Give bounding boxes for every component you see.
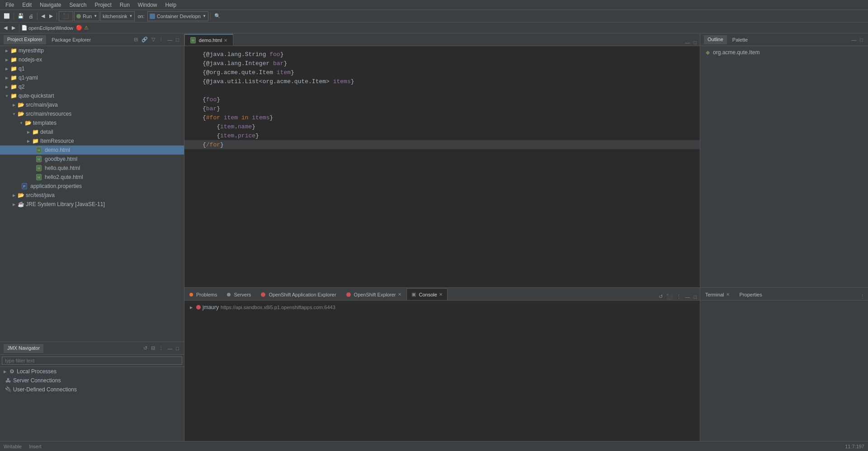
tree-item-src-main-java[interactable]: 📂 src/main/java xyxy=(0,100,184,109)
outline-minimize-btn[interactable]: — xyxy=(850,37,858,43)
jmx-maximize-btn[interactable]: □ xyxy=(175,345,180,352)
tab-close-demo[interactable]: ✕ xyxy=(224,38,227,43)
label-detail: detail xyxy=(40,129,53,135)
tab-problems[interactable]: Problems xyxy=(184,288,222,300)
menu-search[interactable]: Search xyxy=(66,1,90,9)
arrow-local-processes xyxy=(2,369,8,374)
menu-project[interactable]: Project xyxy=(91,1,115,9)
menu-navigate[interactable]: Navigate xyxy=(36,1,65,9)
menu-window[interactable]: Window xyxy=(134,1,161,9)
toolbar-new-btn[interactable]: ⬜ xyxy=(2,11,12,21)
run-config-combo[interactable]: Run ▼ xyxy=(74,11,99,21)
editor-code-area[interactable]: {@java.lang.String foo} {@java.lang.Inte… xyxy=(184,46,700,287)
tab-package-explorer[interactable]: Package Explorer xyxy=(48,36,94,44)
tree-item-jre[interactable]: ☕ JRE System Library [JavaSE-11] xyxy=(0,200,184,209)
tree-item-nodejs[interactable]: 📁 nodejs-ex xyxy=(0,55,184,64)
tab-console[interactable]: ▣ Console ✕ xyxy=(406,288,448,300)
tab-servers[interactable]: Servers xyxy=(222,288,256,300)
tab-openshift-explorer[interactable]: OpenShift Explorer ✕ xyxy=(341,288,406,300)
jmx-item-user-defined[interactable]: 🔌 User-Defined Connections xyxy=(0,385,184,394)
terminal-tab-close[interactable]: ✕ xyxy=(726,292,730,297)
arrow-detail xyxy=(25,130,32,134)
nav-back-btn[interactable]: ◀ xyxy=(2,23,9,33)
code-line-8: {#for item in items} xyxy=(184,113,700,122)
console-tab-close[interactable]: ✕ xyxy=(439,292,443,297)
outline-header: Outline Palette — □ xyxy=(700,33,868,46)
bottom-minimize-btn[interactable]: — xyxy=(684,294,691,300)
tab-properties[interactable]: Properties xyxy=(735,288,767,300)
bottom-tab-bar: Problems Servers OpenShift Application E… xyxy=(184,288,868,301)
tree-item-hello-qute-html[interactable]: H hello.qute.html xyxy=(0,164,184,173)
toolbar-print-btn[interactable]: 🖨 xyxy=(27,11,35,21)
tree-item-app-properties[interactable]: P application.properties xyxy=(0,182,184,191)
folder-icon-src-test-java: 📂 xyxy=(17,192,24,199)
run-stop-btn[interactable]: ⬛ xyxy=(59,11,73,21)
tree-item-qute[interactable]: 📁 qute-quickstart xyxy=(0,91,184,100)
nav-fwd-btn[interactable]: ▶ xyxy=(10,23,17,33)
jmx-item-server-connections[interactable]: 🖧 Server Connections xyxy=(0,376,184,385)
servers-dot xyxy=(227,293,231,296)
toolbar-sep-3 xyxy=(57,12,57,20)
menu-file[interactable]: File xyxy=(2,1,18,9)
tree-item-q2[interactable]: 📁 q2 xyxy=(0,82,184,91)
menu-help[interactable]: Help xyxy=(162,1,180,9)
tab-terminal[interactable]: Terminal ✕ xyxy=(700,288,735,300)
bottom-more-btn[interactable]: ⋮ xyxy=(675,293,683,300)
jmx-minimize-btn[interactable]: — xyxy=(166,345,174,352)
tree-item-myresthttp[interactable]: 📁 myresthttp xyxy=(0,46,184,55)
tab-openshift-app-explorer[interactable]: OpenShift Application Explorer xyxy=(256,288,341,300)
tree-item-goodbye-html[interactable]: H goodbye.html xyxy=(0,155,184,164)
jmx-collapse-btn[interactable]: ⊟ xyxy=(150,345,156,352)
tab-demo-html[interactable]: H demo.html ✕ xyxy=(184,34,233,46)
run-label: Run xyxy=(83,14,92,19)
tab-project-explorer[interactable]: Project Explorer xyxy=(4,35,46,44)
filter-btn[interactable]: ▽ xyxy=(150,36,156,43)
jmx-item-local-processes[interactable]: ⚙ Local Processes xyxy=(0,367,184,376)
tree-item-src-test-java[interactable]: 📂 src/test/java xyxy=(0,191,184,200)
code-line-2: {@java.lang.Integer bar} xyxy=(184,59,700,68)
bottom-stop-btn[interactable]: ⬛ xyxy=(665,293,674,300)
tab-jmx-navigator[interactable]: JMX Navigator xyxy=(4,344,43,353)
bottom-maximize-btn[interactable]: □ xyxy=(692,294,698,300)
arrow-src-test-java xyxy=(11,193,17,197)
view-menu-btn[interactable]: ⋮ xyxy=(157,36,165,43)
jmx-view-menu-btn[interactable]: ⋮ xyxy=(157,345,165,352)
tab-palette[interactable]: Palette xyxy=(729,36,751,44)
link-editor-btn[interactable]: 🔗 xyxy=(140,36,149,43)
code-text-7: {bar} xyxy=(203,105,220,112)
editor-maximize-btn[interactable]: □ xyxy=(692,39,698,46)
code-line-5 xyxy=(184,86,700,95)
tab-problems-label: Problems xyxy=(196,292,217,297)
container-combo[interactable]: Container Developn ▼ xyxy=(147,11,208,21)
chevron-down-icon-2: ▼ xyxy=(129,14,133,18)
toolbar-back-btn[interactable]: ◀ xyxy=(39,11,47,21)
minimize-btn[interactable]: — xyxy=(166,36,174,43)
outline-maximize-btn[interactable]: □ xyxy=(859,37,864,43)
toolbar-search-btn[interactable]: 🔍 xyxy=(212,11,222,21)
bottom-refresh-btn[interactable]: ↺ xyxy=(657,293,664,300)
openshift-tab-close[interactable]: ✕ xyxy=(398,292,401,297)
menu-run[interactable]: Run xyxy=(116,1,133,9)
tree-item-detail[interactable]: 📁 detail xyxy=(0,127,184,136)
arrow-jre xyxy=(11,202,17,207)
menu-edit[interactable]: Edit xyxy=(19,1,35,9)
maximize-btn[interactable]: □ xyxy=(175,36,180,43)
console-item-jmaury[interactable]: jmaury https://api.sandbox.x8i5.p1.opens… xyxy=(184,302,700,312)
tree-item-q1[interactable]: 📁 q1 xyxy=(0,64,184,73)
app-name-combo[interactable]: kitchensink ▼ xyxy=(100,11,135,21)
tree-item-templates[interactable]: 📂 templates xyxy=(0,118,184,127)
outline-item-class[interactable]: ◆ org.acme.qute.Item xyxy=(700,48,868,57)
tree-item-src-main-resources[interactable]: 📂 src/main/resources xyxy=(0,109,184,118)
editor-minimize-btn[interactable]: — xyxy=(684,39,691,46)
tree-item-demo-html[interactable]: H demo.html xyxy=(0,146,184,155)
collapse-all-btn[interactable]: ⊟ xyxy=(132,36,139,43)
jmx-filter-input[interactable] xyxy=(2,357,182,365)
jmx-refresh-btn[interactable]: ↺ xyxy=(142,345,149,352)
toolbar-fwd-btn[interactable]: ▶ xyxy=(47,11,55,21)
tree-item-hello2-qute-html[interactable]: H hello2.qute.html xyxy=(0,173,184,182)
terminal-icons-btn[interactable]: ⋮ xyxy=(859,293,866,300)
tree-item-itemresource[interactable]: 📁 ItemResource xyxy=(0,136,184,146)
toolbar-save-btn[interactable]: 💾 xyxy=(16,11,26,21)
tab-outline[interactable]: Outline xyxy=(704,35,727,44)
tree-item-q1yaml[interactable]: 📁 q1-yaml xyxy=(0,73,184,82)
